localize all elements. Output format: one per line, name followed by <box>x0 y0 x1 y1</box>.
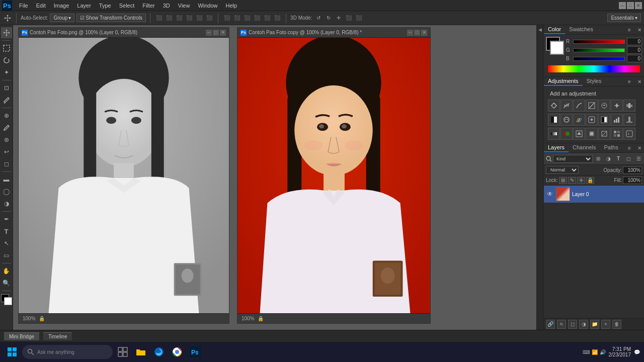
align-horiz-btn[interactable]: ⬛ <box>195 14 204 23</box>
menu-file[interactable]: File <box>15 2 32 10</box>
lock-all-btn[interactable]: 🔒 <box>586 177 594 184</box>
menu-help[interactable]: Help <box>222 2 242 10</box>
menu-image[interactable]: Image <box>50 2 73 10</box>
doc-minimize-color[interactable]: ─ <box>407 30 413 36</box>
tab-paths[interactable]: Paths <box>600 143 622 152</box>
taskbar-clock[interactable]: 7:31 PM 2/23/2017 <box>609 346 631 357</box>
tab-timeline[interactable]: Timeline <box>43 332 72 340</box>
layer-folder-btn[interactable]: 📁 <box>590 320 599 329</box>
3d-rotate-btn[interactable]: ↺ <box>314 14 323 23</box>
foreground-background-colors[interactable] <box>1 294 12 305</box>
edge-browser-icon[interactable] <box>152 345 166 359</box>
doc-close-bw[interactable]: ✕ <box>220 30 226 36</box>
tab-color[interactable]: Color <box>544 25 565 34</box>
layer-fx-btn[interactable]: fx <box>557 320 566 329</box>
layers-panel-close[interactable]: ✕ <box>635 143 644 152</box>
chrome-browser-icon[interactable] <box>170 345 184 359</box>
g-slider[interactable] <box>573 48 625 52</box>
eraser-tool[interactable]: ◻ <box>1 158 12 169</box>
filter-shape-btn[interactable]: ◻ <box>624 154 633 163</box>
path-selection-tool[interactable]: ↖ <box>1 238 12 249</box>
marquee-tool[interactable] <box>1 43 12 54</box>
menu-select[interactable]: Select <box>115 2 139 10</box>
blur-tool[interactable]: ◯ <box>1 186 12 197</box>
menu-window[interactable]: Window <box>194 2 221 10</box>
layers-filter-select[interactable]: Kind Name Effect Mode Attribute Color Sm… <box>553 155 593 163</box>
menu-layer[interactable]: Layer <box>73 2 95 10</box>
filter-smartobj-btn[interactable]: ☰ <box>634 154 643 163</box>
adj-gradient2-btn[interactable] <box>598 128 610 140</box>
doc-close-color[interactable]: ✕ <box>421 30 427 36</box>
adj-vibrance-btn[interactable] <box>598 100 610 112</box>
hand-tool[interactable]: ✋ <box>1 265 12 277</box>
layer-adjustment-btn[interactable]: ◑ <box>579 320 588 329</box>
tab-layers[interactable]: Layers <box>544 143 569 152</box>
canvas-area[interactable]: Ps Contoh Pas Foto.png @ 100% (Layer 0, … <box>13 25 536 330</box>
dist-top-btn[interactable]: ⬛ <box>222 14 231 23</box>
align-bottom-btn[interactable]: ⬛ <box>175 14 184 23</box>
layer-item-0[interactable]: 👁 Layer 0 <box>544 186 644 203</box>
taskbar-search-box[interactable]: Ask me anything <box>22 345 113 359</box>
3d-roll-btn[interactable]: ↻ <box>324 14 333 23</box>
doc-restore-color[interactable]: □ <box>414 30 420 36</box>
healing-tool[interactable]: ⊕ <box>1 110 12 121</box>
history-tool[interactable]: ↩ <box>1 146 12 157</box>
layer-link-btn[interactable]: 🔗 <box>546 320 555 329</box>
background-swatch[interactable] <box>550 41 564 55</box>
crop-tool[interactable]: ⊡ <box>1 82 12 94</box>
layer-mode-select[interactable]: Normal Dissolve Multiply Screen Overlay <box>546 166 579 174</box>
r-slider[interactable] <box>573 40 625 44</box>
lasso-tool[interactable] <box>1 55 12 66</box>
zoom-tool[interactable]: 🔍 <box>1 278 12 289</box>
b-slider[interactable] <box>573 57 625 61</box>
lock-image-btn[interactable]: ✎ <box>568 177 576 184</box>
adj-panel-close[interactable]: ✕ <box>635 77 644 86</box>
filter-type-btn[interactable]: T <box>614 154 623 163</box>
photoshop-taskbar-icon[interactable]: Ps <box>188 345 202 359</box>
text-tool[interactable]: T <box>1 226 12 237</box>
adj-brightness-btn[interactable] <box>548 100 560 112</box>
fill-input[interactable] <box>623 176 642 184</box>
layer-new-btn[interactable]: + <box>601 320 610 329</box>
dist-right-btn[interactable]: ⬛ <box>273 14 282 23</box>
pen-tool[interactable]: ✒ <box>1 214 12 225</box>
adj-gradientmap-btn[interactable] <box>548 128 560 140</box>
color-spectrum[interactable] <box>548 65 640 72</box>
eyedropper-tool[interactable] <box>1 95 12 106</box>
doc-canvas-bw[interactable] <box>19 38 229 313</box>
adj-posterize-btn[interactable] <box>611 114 623 126</box>
maximize-button[interactable]: □ <box>627 2 634 9</box>
align-vert-btn[interactable]: ⬛ <box>165 14 174 23</box>
color-panel-menu[interactable]: ≡ <box>625 25 634 34</box>
adj-bw-btn[interactable] <box>548 114 560 126</box>
dist-vert-btn[interactable]: ⬛ <box>232 14 242 23</box>
notifications-icon[interactable]: 💬 <box>634 349 640 355</box>
workspace-dropdown[interactable]: Essentials ▾ <box>607 14 641 22</box>
doc-minimize-bw[interactable]: ─ <box>206 30 212 36</box>
layers-panel-menu[interactable]: ≡ <box>625 143 634 152</box>
tab-adjustments[interactable]: Adjustments <box>544 77 583 86</box>
3d-scale-btn[interactable]: ⬛ <box>354 14 363 23</box>
doc-canvas-color[interactable] <box>237 38 430 313</box>
adj-solidcolor-btn[interactable] <box>586 128 598 140</box>
b-value[interactable] <box>627 55 642 62</box>
color-panel-close[interactable]: ✕ <box>635 25 644 34</box>
layer-delete-btn[interactable]: 🗑 <box>612 320 621 329</box>
menu-filter[interactable]: Filter <box>138 2 158 10</box>
align-top-btn[interactable]: ⬛ <box>154 14 164 23</box>
filter-pixel-btn[interactable]: ⊞ <box>594 154 603 163</box>
adj-panel-menu[interactable]: ≡ <box>625 77 634 86</box>
dist-bottom-btn[interactable]: ⬛ <box>243 14 252 23</box>
adj-curves-btn[interactable] <box>573 100 585 112</box>
tab-swatches[interactable]: Swatches <box>565 25 597 34</box>
shape-tool[interactable]: ▭ <box>1 250 12 261</box>
file-explorer-icon[interactable] <box>134 345 148 359</box>
adj-exposure-btn[interactable] <box>586 100 598 112</box>
opacity-input[interactable] <box>623 166 642 174</box>
auto-select-dropdown[interactable]: Group ▾ <box>50 14 74 22</box>
minimize-button[interactable]: ─ <box>619 2 626 9</box>
close-button[interactable]: ✕ <box>635 2 642 9</box>
adj-colorlookup-btn[interactable] <box>586 114 598 126</box>
tab-channels[interactable]: Channels <box>569 143 600 152</box>
3d-slide-btn[interactable]: ⬛ <box>344 14 353 23</box>
